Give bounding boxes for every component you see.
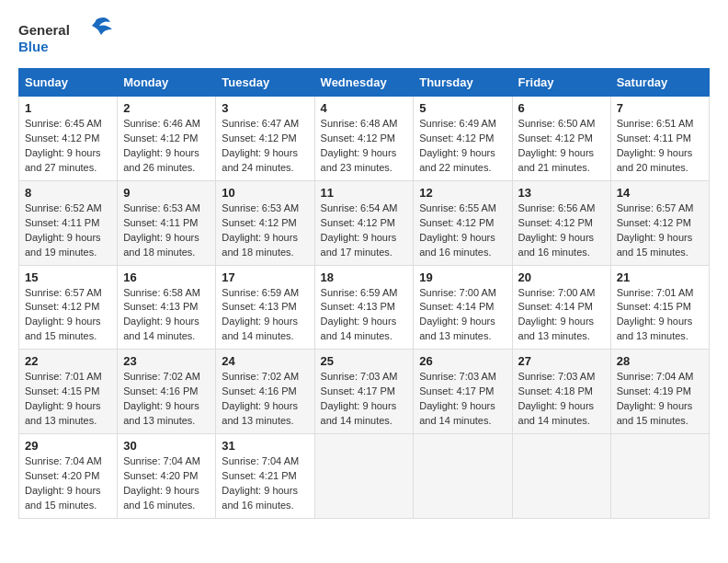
day-number: 11 bbox=[321, 186, 408, 200]
calendar-cell: 27 Sunrise: 7:03 AM Sunset: 4:18 PM Dayl… bbox=[512, 350, 610, 434]
calendar-week-2: 8 Sunrise: 6:52 AM Sunset: 4:11 PM Dayli… bbox=[19, 180, 710, 265]
day-info: Sunrise: 6:59 AM Sunset: 4:13 PM Dayligh… bbox=[222, 286, 308, 345]
day-number: 6 bbox=[518, 101, 605, 115]
day-number: 10 bbox=[222, 186, 308, 200]
calendar-cell: 18 Sunrise: 6:59 AM Sunset: 4:13 PM Dayl… bbox=[314, 265, 414, 350]
calendar-cell: 8 Sunrise: 6:52 AM Sunset: 4:11 PM Dayli… bbox=[19, 180, 118, 265]
col-header-monday: Monday bbox=[118, 69, 216, 97]
day-number: 8 bbox=[25, 186, 111, 200]
day-info: Sunrise: 6:58 AM Sunset: 4:13 PM Dayligh… bbox=[123, 286, 210, 345]
day-number: 23 bbox=[123, 354, 210, 368]
calendar-cell: 9 Sunrise: 6:53 AM Sunset: 4:11 PM Dayli… bbox=[118, 180, 216, 265]
day-info: Sunrise: 6:57 AM Sunset: 4:12 PM Dayligh… bbox=[617, 201, 703, 260]
day-number: 4 bbox=[321, 101, 408, 115]
col-header-thursday: Thursday bbox=[414, 69, 512, 97]
day-info: Sunrise: 6:46 AM Sunset: 4:12 PM Dayligh… bbox=[123, 117, 210, 176]
day-info: Sunrise: 7:04 AM Sunset: 4:20 PM Dayligh… bbox=[25, 454, 111, 513]
day-info: Sunrise: 6:56 AM Sunset: 4:12 PM Dayligh… bbox=[518, 201, 605, 260]
calendar-cell: 4 Sunrise: 6:48 AM Sunset: 4:12 PM Dayli… bbox=[314, 97, 414, 181]
day-info: Sunrise: 7:00 AM Sunset: 4:14 PM Dayligh… bbox=[518, 286, 605, 345]
day-info: Sunrise: 7:04 AM Sunset: 4:19 PM Dayligh… bbox=[617, 370, 703, 429]
calendar-cell: 28 Sunrise: 7:04 AM Sunset: 4:19 PM Dayl… bbox=[610, 350, 709, 434]
calendar-cell bbox=[414, 434, 512, 519]
calendar-week-3: 15 Sunrise: 6:57 AM Sunset: 4:12 PM Dayl… bbox=[19, 265, 710, 350]
calendar-cell bbox=[610, 434, 709, 519]
calendar-week-1: 1 Sunrise: 6:45 AM Sunset: 4:12 PM Dayli… bbox=[19, 97, 710, 181]
calendar-cell: 20 Sunrise: 7:00 AM Sunset: 4:14 PM Dayl… bbox=[512, 265, 610, 350]
day-number: 20 bbox=[518, 270, 605, 284]
day-number: 28 bbox=[617, 354, 703, 368]
day-info: Sunrise: 7:04 AM Sunset: 4:21 PM Dayligh… bbox=[222, 454, 308, 513]
calendar-cell: 12 Sunrise: 6:55 AM Sunset: 4:12 PM Dayl… bbox=[414, 180, 512, 265]
day-number: 3 bbox=[222, 101, 308, 115]
page-header: General Blue bbox=[18, 15, 710, 59]
day-info: Sunrise: 7:02 AM Sunset: 4:16 PM Dayligh… bbox=[123, 370, 210, 429]
day-info: Sunrise: 6:51 AM Sunset: 4:11 PM Dayligh… bbox=[617, 117, 703, 176]
day-number: 19 bbox=[419, 270, 506, 284]
calendar-cell bbox=[512, 434, 610, 519]
logo-svg: General Blue bbox=[18, 15, 129, 59]
day-info: Sunrise: 6:47 AM Sunset: 4:12 PM Dayligh… bbox=[222, 117, 308, 176]
day-info: Sunrise: 7:00 AM Sunset: 4:14 PM Dayligh… bbox=[419, 286, 506, 345]
day-number: 5 bbox=[419, 101, 506, 115]
calendar-cell: 3 Sunrise: 6:47 AM Sunset: 4:12 PM Dayli… bbox=[216, 97, 314, 181]
calendar-cell: 19 Sunrise: 7:00 AM Sunset: 4:14 PM Dayl… bbox=[414, 265, 512, 350]
logo: General Blue bbox=[18, 15, 129, 59]
day-number: 17 bbox=[222, 270, 308, 284]
day-info: Sunrise: 6:45 AM Sunset: 4:12 PM Dayligh… bbox=[25, 117, 111, 176]
calendar-cell: 14 Sunrise: 6:57 AM Sunset: 4:12 PM Dayl… bbox=[610, 180, 709, 265]
day-number: 26 bbox=[419, 354, 506, 368]
calendar-cell: 17 Sunrise: 6:59 AM Sunset: 4:13 PM Dayl… bbox=[216, 265, 314, 350]
day-number: 7 bbox=[617, 101, 703, 115]
col-header-tuesday: Tuesday bbox=[216, 69, 314, 97]
calendar-cell bbox=[314, 434, 414, 519]
col-header-sunday: Sunday bbox=[19, 69, 118, 97]
day-number: 21 bbox=[617, 270, 703, 284]
day-info: Sunrise: 7:01 AM Sunset: 4:15 PM Dayligh… bbox=[617, 286, 703, 345]
day-info: Sunrise: 6:52 AM Sunset: 4:11 PM Dayligh… bbox=[25, 201, 111, 260]
calendar-week-5: 29 Sunrise: 7:04 AM Sunset: 4:20 PM Dayl… bbox=[19, 434, 710, 519]
day-number: 16 bbox=[123, 270, 210, 284]
day-number: 22 bbox=[25, 354, 111, 368]
day-number: 9 bbox=[123, 186, 210, 200]
day-number: 12 bbox=[419, 186, 506, 200]
calendar-cell: 5 Sunrise: 6:49 AM Sunset: 4:12 PM Dayli… bbox=[414, 97, 512, 181]
day-number: 31 bbox=[222, 439, 308, 453]
calendar-cell: 13 Sunrise: 6:56 AM Sunset: 4:12 PM Dayl… bbox=[512, 180, 610, 265]
calendar-cell: 11 Sunrise: 6:54 AM Sunset: 4:12 PM Dayl… bbox=[314, 180, 414, 265]
calendar-cell: 10 Sunrise: 6:53 AM Sunset: 4:12 PM Dayl… bbox=[216, 180, 314, 265]
calendar-cell: 24 Sunrise: 7:02 AM Sunset: 4:16 PM Dayl… bbox=[216, 350, 314, 434]
calendar-cell: 2 Sunrise: 6:46 AM Sunset: 4:12 PM Dayli… bbox=[118, 97, 216, 181]
day-info: Sunrise: 7:04 AM Sunset: 4:20 PM Dayligh… bbox=[123, 454, 210, 513]
day-info: Sunrise: 7:03 AM Sunset: 4:18 PM Dayligh… bbox=[518, 370, 605, 429]
calendar-header-row: SundayMondayTuesdayWednesdayThursdayFrid… bbox=[19, 69, 710, 97]
day-info: Sunrise: 6:57 AM Sunset: 4:12 PM Dayligh… bbox=[25, 286, 111, 345]
day-number: 14 bbox=[617, 186, 703, 200]
calendar-cell: 29 Sunrise: 7:04 AM Sunset: 4:20 PM Dayl… bbox=[19, 434, 118, 519]
day-number: 27 bbox=[518, 354, 605, 368]
day-number: 29 bbox=[25, 439, 111, 453]
calendar-cell: 30 Sunrise: 7:04 AM Sunset: 4:20 PM Dayl… bbox=[118, 434, 216, 519]
calendar-cell: 16 Sunrise: 6:58 AM Sunset: 4:13 PM Dayl… bbox=[118, 265, 216, 350]
calendar-cell: 15 Sunrise: 6:57 AM Sunset: 4:12 PM Dayl… bbox=[19, 265, 118, 350]
calendar-cell: 23 Sunrise: 7:02 AM Sunset: 4:16 PM Dayl… bbox=[118, 350, 216, 434]
day-info: Sunrise: 6:48 AM Sunset: 4:12 PM Dayligh… bbox=[321, 117, 408, 176]
calendar-cell: 6 Sunrise: 6:50 AM Sunset: 4:12 PM Dayli… bbox=[512, 97, 610, 181]
calendar-cell: 31 Sunrise: 7:04 AM Sunset: 4:21 PM Dayl… bbox=[216, 434, 314, 519]
day-info: Sunrise: 6:54 AM Sunset: 4:12 PM Dayligh… bbox=[321, 201, 408, 260]
calendar-week-4: 22 Sunrise: 7:01 AM Sunset: 4:15 PM Dayl… bbox=[19, 350, 710, 434]
day-number: 1 bbox=[25, 101, 111, 115]
calendar-cell: 26 Sunrise: 7:03 AM Sunset: 4:17 PM Dayl… bbox=[414, 350, 512, 434]
calendar-table: SundayMondayTuesdayWednesdayThursdayFrid… bbox=[18, 68, 710, 519]
day-info: Sunrise: 6:59 AM Sunset: 4:13 PM Dayligh… bbox=[321, 286, 408, 345]
day-info: Sunrise: 6:50 AM Sunset: 4:12 PM Dayligh… bbox=[518, 117, 605, 176]
calendar-cell: 25 Sunrise: 7:03 AM Sunset: 4:17 PM Dayl… bbox=[314, 350, 414, 434]
day-number: 15 bbox=[25, 270, 111, 284]
day-info: Sunrise: 7:03 AM Sunset: 4:17 PM Dayligh… bbox=[419, 370, 506, 429]
day-number: 18 bbox=[321, 270, 408, 284]
day-info: Sunrise: 7:03 AM Sunset: 4:17 PM Dayligh… bbox=[321, 370, 408, 429]
day-number: 2 bbox=[123, 101, 210, 115]
day-info: Sunrise: 6:53 AM Sunset: 4:12 PM Dayligh… bbox=[222, 201, 308, 260]
day-info: Sunrise: 7:02 AM Sunset: 4:16 PM Dayligh… bbox=[222, 370, 308, 429]
col-header-wednesday: Wednesday bbox=[314, 69, 414, 97]
